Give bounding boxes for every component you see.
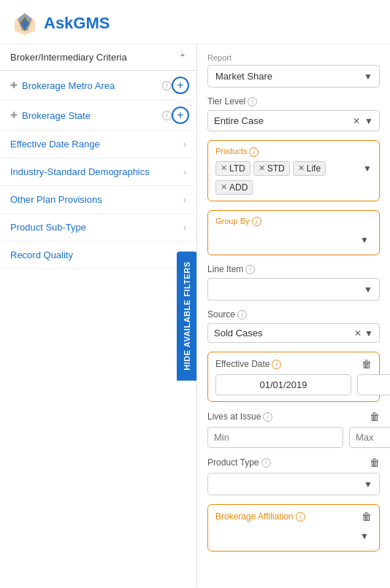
effective-date-section: Effective Date i 🗑: [207, 352, 380, 402]
source-field-label: Source i: [207, 309, 380, 320]
brokerage-affiliation-info-icon: i: [296, 512, 305, 522]
sidebar-item-effective-date[interactable]: Effective Date Range ›: [0, 131, 196, 158]
tag-ltd-label: LTD: [229, 163, 245, 174]
right-panel: Report Market Share ▼ Tier Level i Entir…: [197, 45, 390, 587]
lives-info-icon: i: [263, 412, 272, 422]
source-dropdown-arrow[interactable]: ▼: [364, 328, 373, 339]
tag-life: ✕ Life: [293, 161, 326, 176]
tag-life-remove[interactable]: ✕: [298, 163, 305, 173]
tier-level-field-label: Tier Level i: [207, 96, 380, 107]
tier-select-wrapper[interactable]: Entire Case ✕ ▼: [207, 110, 380, 131]
source-clear-button[interactable]: ✕: [354, 328, 362, 339]
group-by-label: Group By i: [215, 217, 372, 227]
group-by-label-text: Group By: [215, 217, 249, 225]
lives-min-input[interactable]: [207, 427, 343, 448]
lives-header: Lives at Issue i 🗑: [207, 411, 380, 422]
sidebar-item-industry-demographics[interactable]: Industry-Standard Demographics ›: [0, 158, 196, 186]
products-section: Products i ✕ LTD ✕ STD ✕ Life ▼: [207, 140, 380, 201]
brokerage-affiliation-delete-button[interactable]: 🗑: [362, 511, 372, 522]
lives-label-text: Lives at Issue: [207, 411, 261, 422]
effective-date-delete-button[interactable]: 🗑: [362, 358, 372, 370]
report-label: Report: [207, 53, 380, 62]
effective-date-range-label: Effective Date Range: [10, 139, 100, 150]
group-by-section: Group By i ▼: [207, 210, 380, 256]
product-type-select-wrapper: ▼: [207, 473, 380, 495]
product-type-select[interactable]: [207, 473, 380, 495]
brokerage-state-info-icon: i: [162, 111, 172, 120]
line-item-label-text: Line Item: [207, 264, 243, 274]
add-brokerage-metro-button[interactable]: +: [172, 77, 189, 94]
broker-criteria-chevron: ⌃: [179, 53, 186, 63]
industry-demographics-label: Industry-Standard Demographics: [10, 166, 150, 177]
group-by-info-icon: i: [252, 217, 261, 226]
effective-date-start[interactable]: [215, 374, 351, 395]
lives-delete-button[interactable]: 🗑: [370, 411, 380, 422]
product-type-label-text: Product Type: [207, 457, 259, 468]
product-type-header: Product Type i 🗑: [207, 457, 380, 468]
filter-row-brokerage-metro: ✚ Brokerage Metro Area i +: [0, 71, 196, 101]
add-brokerage-state-button[interactable]: +: [172, 107, 189, 124]
source-value: Sold Cases: [214, 328, 354, 339]
tier-dropdown-arrow[interactable]: ▼: [364, 116, 373, 126]
sidebar: Broker/Intermediary Criteria ⌃ ✚ Brokera…: [0, 45, 197, 587]
logo-text: AskGMS: [44, 14, 110, 33]
group-by-select[interactable]: [215, 231, 372, 249]
tier-clear-button[interactable]: ✕: [353, 116, 360, 126]
tier-value: Entire Case: [214, 115, 353, 126]
other-plan-provisions-label: Other Plan Provisions: [10, 194, 102, 205]
tag-add-remove[interactable]: ✕: [221, 182, 227, 192]
sidebar-item-other-plan[interactable]: Other Plan Provisions ›: [0, 186, 196, 214]
effective-date-end[interactable]: [357, 374, 390, 395]
sidebar-broker-header[interactable]: Broker/Intermediary Criteria ⌃: [0, 45, 196, 71]
source-select-wrapper[interactable]: Sold Cases ✕ ▼: [207, 323, 380, 343]
lives-max-input[interactable]: [349, 427, 390, 448]
line-item-select[interactable]: [207, 278, 380, 301]
hide-available-filters-tab[interactable]: HIDE AVAILABLE FILTERS: [177, 251, 197, 380]
lives-field-label: Lives at Issue i: [207, 411, 272, 422]
drag-handle-state[interactable]: ✚: [10, 110, 18, 120]
tag-add: ✕ ADD: [215, 180, 253, 195]
products-tags-row-2: ✕ ADD: [215, 180, 372, 195]
brokerage-affiliation-section: Brokerage Affiliation i 🗑 ▼: [207, 504, 380, 552]
effective-date-chevron: ›: [183, 139, 186, 150]
effective-date-header: Effective Date i 🗑: [215, 358, 372, 370]
product-type-info-icon: i: [261, 458, 271, 468]
product-type-delete-button[interactable]: 🗑: [370, 457, 380, 468]
report-select-wrapper: Market Share ▼: [207, 65, 380, 88]
report-select[interactable]: Market Share: [207, 65, 380, 88]
tag-life-label: Life: [307, 163, 321, 174]
brokerage-affiliation-field-label: Brokerage Affiliation i: [215, 511, 305, 522]
sidebar-item-product-sub-type[interactable]: Product Sub-Type ›: [0, 214, 196, 241]
product-sub-type-label: Product Sub-Type: [10, 222, 86, 233]
line-item-section: Line Item i ▼: [207, 264, 380, 301]
group-by-select-wrapper: ▼: [215, 231, 372, 249]
line-item-field-label: Line Item i: [207, 264, 380, 274]
effective-date-label-text: Effective Date: [215, 359, 269, 369]
date-inputs-row: [215, 374, 372, 395]
drag-handle-metro[interactable]: ✚: [10, 80, 18, 90]
tag-std-remove[interactable]: ✕: [259, 163, 265, 173]
min-max-row: [207, 427, 380, 448]
effective-date-info-icon: i: [272, 360, 281, 369]
tag-std: ✕ STD: [253, 161, 290, 176]
app-header: AskGMS: [0, 0, 390, 45]
report-section: Report Market Share ▼: [207, 53, 380, 88]
line-item-select-wrapper: ▼: [207, 278, 380, 301]
brokerage-affiliation-select-wrapper: ▼: [215, 527, 372, 545]
tag-ltd-remove[interactable]: ✕: [221, 163, 227, 173]
brokerage-state-label: Brokerage State: [22, 110, 162, 121]
products-label: Products i: [215, 147, 372, 157]
tier-level-label-text: Tier Level: [207, 96, 245, 107]
record-quality-label: Record Quality: [10, 249, 73, 260]
logo-icon: [12, 10, 38, 36]
brokerage-affiliation-select[interactable]: [215, 527, 372, 545]
products-info-icon: i: [249, 147, 259, 157]
sidebar-item-record-quality[interactable]: Record Quality ›: [0, 241, 196, 269]
hide-filters-label: HIDE AVAILABLE FILTERS: [183, 261, 191, 370]
products-tags-row: ✕ LTD ✕ STD ✕ Life ▼: [215, 161, 372, 176]
tag-add-label: ADD: [229, 182, 248, 193]
tag-ltd: ✕ LTD: [215, 161, 251, 176]
products-dropdown-arrow[interactable]: ▼: [363, 163, 372, 174]
main-layout: Broker/Intermediary Criteria ⌃ ✚ Brokera…: [0, 45, 390, 587]
tier-level-info-icon: i: [248, 97, 257, 107]
